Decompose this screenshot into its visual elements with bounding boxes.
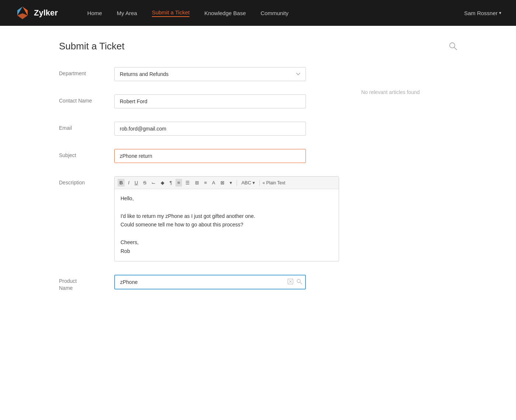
- product-input-wrap: [114, 275, 306, 289]
- toolbar-divider-2: [259, 180, 260, 186]
- description-line-3: Could someone tell me how to go about th…: [121, 221, 333, 229]
- description-line-5: Rob: [121, 247, 333, 256]
- subject-row: Subject: [59, 149, 339, 163]
- search-icon: [449, 42, 457, 50]
- list-button[interactable]: ☰: [184, 179, 192, 187]
- description-body[interactable]: Hello, I'd like to return my zPhone as I…: [115, 189, 339, 261]
- more-button[interactable]: ▾: [228, 179, 234, 187]
- clear-product-button[interactable]: [287, 278, 293, 285]
- page-header: Submit a Ticket: [59, 41, 457, 52]
- sidebar-section: No relevant articles found: [361, 67, 457, 305]
- brand: Zylker: [15, 5, 58, 21]
- page-title: Submit a Ticket: [59, 41, 125, 52]
- description-line-4: Cheers,: [121, 238, 333, 247]
- description-row: Description B I U S ⌙ ◆ ¶ ≡ ☰: [59, 176, 339, 261]
- form-layout: Department Returns and Refunds Support S…: [59, 67, 457, 305]
- search-product-button[interactable]: [296, 278, 302, 285]
- align-button[interactable]: ≡: [202, 179, 209, 187]
- subject-control: [114, 149, 339, 163]
- department-row: Department Returns and Refunds Support S…: [59, 67, 339, 81]
- nav-home[interactable]: Home: [87, 10, 102, 16]
- email-control: [114, 122, 339, 136]
- product-name-control: [114, 275, 339, 289]
- underline-button[interactable]: U: [133, 179, 140, 187]
- subject-label: Subject: [59, 149, 114, 159]
- description-label: Description: [59, 176, 114, 187]
- form-section: Department Returns and Refunds Support S…: [59, 67, 339, 305]
- italic-button[interactable]: I: [126, 179, 131, 187]
- department-label: Department: [59, 67, 114, 77]
- product-name-row: ProductName: [59, 275, 339, 292]
- nav-knowledge-base[interactable]: Knowledge Base: [204, 10, 246, 16]
- search-icon-button[interactable]: [449, 42, 457, 52]
- brand-name: Zylker: [34, 8, 58, 18]
- svg-line-4: [454, 47, 457, 50]
- svg-marker-2: [17, 13, 28, 19]
- align-left-button[interactable]: ≡: [175, 179, 182, 187]
- paragraph-button[interactable]: ¶: [168, 179, 174, 187]
- no-articles-text: No relevant articles found: [361, 89, 457, 95]
- description-line-2: I'd like to return my zPhone as I just g…: [121, 212, 333, 221]
- product-input-icons: [287, 278, 302, 285]
- highlight-button[interactable]: ◆: [159, 179, 166, 187]
- toolbar-divider: [237, 180, 237, 186]
- product-name-input[interactable]: [114, 275, 306, 289]
- search-product-icon: [296, 278, 302, 284]
- font-button[interactable]: A: [210, 179, 217, 187]
- email-input[interactable]: [114, 122, 306, 136]
- table-button[interactable]: ⊞: [193, 179, 201, 187]
- department-control: Returns and Refunds Support Sales Billin…: [114, 67, 339, 81]
- plain-text-button[interactable]: « Plain Text: [262, 180, 285, 185]
- nav-submit-ticket[interactable]: Submit a Ticket: [152, 9, 190, 17]
- description-editor: B I U S ⌙ ◆ ¶ ≡ ☰ ⊞ ≡ A ⊠: [114, 176, 339, 261]
- main-container: Submit a Ticket Department Returns and R…: [37, 26, 479, 320]
- strikethrough-button[interactable]: S: [141, 179, 148, 187]
- description-line-1: Hello,: [121, 194, 333, 203]
- navbar: Zylker Home My Area Submit a Ticket Know…: [0, 0, 516, 26]
- department-select[interactable]: Returns and Refunds Support Sales Billin…: [114, 67, 306, 81]
- description-control: B I U S ⌙ ◆ ¶ ≡ ☰ ⊞ ≡ A ⊠: [114, 176, 339, 261]
- clear-icon: [287, 278, 293, 284]
- product-name-label: ProductName: [59, 275, 114, 292]
- contact-name-row: Contact Name: [59, 94, 339, 108]
- navbar-links: Home My Area Submit a Ticket Knowledge B…: [87, 9, 501, 17]
- email-row: Email: [59, 122, 339, 136]
- contact-name-control: [114, 94, 339, 108]
- subject-input[interactable]: [114, 149, 306, 163]
- svg-line-9: [300, 282, 302, 284]
- nav-my-area[interactable]: My Area: [117, 10, 137, 16]
- editor-toolbar: B I U S ⌙ ◆ ¶ ≡ ☰ ⊞ ≡ A ⊠: [115, 177, 339, 189]
- bold-button[interactable]: B: [118, 179, 125, 187]
- contact-name-label: Contact Name: [59, 94, 114, 105]
- indent-button[interactable]: ⌙: [150, 179, 157, 187]
- image-button[interactable]: ⊠: [219, 179, 226, 187]
- nav-community[interactable]: Community: [261, 10, 289, 16]
- abc-button[interactable]: ABC ▾: [240, 179, 257, 187]
- nav-user[interactable]: Sam Rossner: [464, 10, 501, 16]
- contact-name-input[interactable]: [114, 94, 306, 108]
- brand-logo: [15, 5, 30, 21]
- email-label: Email: [59, 122, 114, 132]
